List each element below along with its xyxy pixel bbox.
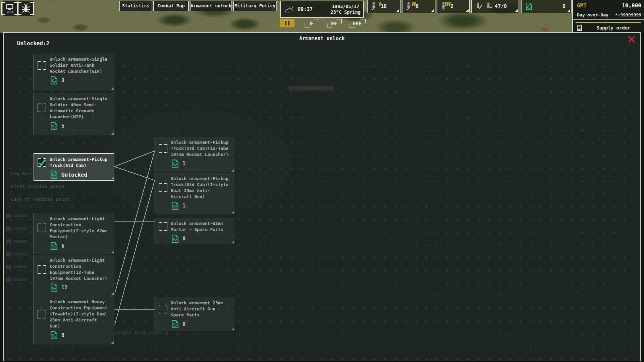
currency-amount: 10,000 bbox=[622, 2, 641, 9]
blueprint-icon bbox=[50, 76, 58, 85]
unlock-card-aa-spare-parts[interactable]: Unlock armament-23mm Anti-Aircraft Gun -… bbox=[155, 297, 235, 331]
counter-value: 18 bbox=[381, 3, 387, 9]
unlock-card-heavy-construction-aa[interactable]: Unlock armament-Heavy Construction Equip… bbox=[34, 296, 114, 345]
unlocked-counter: Unlocked:2 bbox=[17, 40, 49, 47]
card-checkbox bbox=[38, 61, 46, 70]
tab-armament-unlock[interactable]: Armament unlock bbox=[190, 1, 232, 11]
pause-icon bbox=[285, 21, 286, 25]
card-cost: 1 bbox=[182, 203, 185, 209]
pause-button[interactable] bbox=[279, 19, 294, 28]
card-cost: 1 bbox=[182, 161, 185, 167]
resize-grip-icon bbox=[111, 292, 114, 295]
clock-temp-season: 23°C Spring bbox=[331, 9, 361, 15]
card-checkbox bbox=[38, 104, 46, 112]
counter-tier3-soldiers[interactable]: 2 bbox=[437, 0, 470, 13]
counter-value: 47/0 bbox=[495, 3, 507, 9]
play-icon bbox=[310, 21, 314, 26]
card-checkbox bbox=[159, 183, 167, 192]
day-over-day-value: *+99999999 bbox=[615, 12, 641, 17]
resize-grip-icon bbox=[111, 177, 114, 179]
blueprint-icon bbox=[171, 320, 179, 328]
card-cost: 3 bbox=[61, 77, 64, 83]
divider bbox=[573, 19, 644, 20]
resize-grip-icon bbox=[231, 211, 234, 214]
close-icon[interactable] bbox=[628, 36, 635, 43]
counter-blueprints[interactable]: 0 bbox=[521, 0, 572, 13]
game-screen: Statistics Combat Map Armament unlock Mi… bbox=[0, 0, 644, 362]
debug-menu-button[interactable] bbox=[19, 1, 33, 16]
card-cost: 8 bbox=[61, 332, 64, 338]
soldier-rank2-icon bbox=[406, 2, 413, 11]
unlock-card-light-construction-rocket[interactable]: Unlock armament-Light Construction Equip… bbox=[34, 255, 114, 296]
card-status: Unlocked bbox=[61, 172, 87, 178]
blueprint-icon bbox=[171, 201, 179, 210]
weather-icon bbox=[283, 4, 295, 14]
fast-forward-button[interactable] bbox=[327, 19, 342, 28]
blueprint-icon bbox=[50, 170, 58, 179]
day-over-day-label: Day-over-Day bbox=[577, 12, 608, 17]
counter-value: 0 bbox=[562, 3, 566, 9]
card-checkbox bbox=[159, 305, 167, 313]
clock-date: 1993/05/17 bbox=[331, 4, 361, 9]
unlock-card-truck-rocket-launcher[interactable]: Unlock armament-Pickup Truck(Std Cab)(12… bbox=[155, 137, 235, 172]
card-title: Unlock armament-Light Construction Equip… bbox=[50, 216, 107, 240]
resize-grip-icon bbox=[231, 327, 234, 330]
card-title: Unlock armament-Light Construction Equip… bbox=[50, 257, 107, 282]
blueprint-icon bbox=[50, 331, 58, 340]
modal-title: Armament unlock bbox=[4, 36, 640, 42]
counter-tier2-soldiers[interactable]: 6 bbox=[402, 0, 435, 13]
card-cost: 0 bbox=[182, 236, 185, 242]
supply-order-icon bbox=[576, 24, 583, 32]
unlock-card-pickup-truck[interactable]: Unlock armament-Pickup Truck(Std Cab) Un… bbox=[34, 153, 114, 181]
pause-icon bbox=[288, 21, 289, 25]
resize-grip-icon bbox=[111, 87, 114, 90]
blueprint-icon bbox=[525, 2, 533, 10]
card-cost: 0 bbox=[182, 321, 185, 327]
tab-military-policy[interactable]: Military Policy bbox=[233, 1, 277, 11]
card-title: Unlock armament-82mm Mortar - Spare Part… bbox=[171, 221, 223, 233]
counter-tier1-soldiers[interactable]: 18 bbox=[367, 0, 400, 13]
card-cost: 12 bbox=[61, 285, 67, 291]
clock-time: 09:37 bbox=[298, 6, 313, 12]
counter-value: 6 bbox=[416, 3, 419, 9]
unlock-card-truck-aa-gun[interactable]: Unlock armament-Pickup Truck(Std Cab)(I-… bbox=[155, 173, 235, 214]
blueprint-icon bbox=[171, 234, 179, 243]
check-icon bbox=[38, 158, 46, 167]
card-checkbox bbox=[159, 222, 167, 231]
resize-grip-icon bbox=[111, 341, 114, 344]
card-title: Unlock armament-Pickup Truck(Std Cab)(12… bbox=[171, 139, 228, 158]
card-checkbox-checked bbox=[38, 158, 46, 167]
card-title: Unlock armament-Pickup Truck(Std Cab) bbox=[50, 157, 107, 169]
card-checkbox bbox=[38, 265, 46, 274]
soldier-rank1-icon bbox=[371, 2, 378, 11]
play-button[interactable] bbox=[305, 19, 319, 28]
unlock-card-grenade-launcher[interactable]: Unlock armament-Single Soldier 40mm Semi… bbox=[34, 93, 114, 135]
fastest-forward-button[interactable] bbox=[350, 19, 366, 28]
resize-grip-icon bbox=[111, 251, 114, 253]
fast-forward-icon bbox=[331, 21, 338, 26]
card-checkbox bbox=[38, 310, 46, 318]
blueprint-icon bbox=[171, 159, 179, 168]
currency-label: GMI bbox=[577, 2, 587, 9]
supply-order-button[interactable]: Supply order bbox=[573, 23, 644, 33]
blueprint-icon bbox=[50, 122, 58, 130]
unlock-card-mortar-spare-parts[interactable]: Unlock armament-82mm Mortar - Spare Part… bbox=[155, 218, 235, 244]
tab-statistics[interactable]: Statistics bbox=[119, 1, 152, 11]
system-menu-button[interactable] bbox=[3, 1, 17, 16]
card-checkbox bbox=[159, 144, 167, 153]
monitor-icon bbox=[5, 3, 15, 14]
fastest-forward-icon bbox=[353, 21, 362, 26]
card-title: Unlock armament-23mm Anti-Aircraft Gun -… bbox=[171, 300, 223, 318]
blueprint-icon bbox=[50, 283, 58, 292]
tab-combat-map[interactable]: Combat Map bbox=[153, 1, 189, 11]
counter-value: 2 bbox=[450, 3, 453, 9]
unlock-card-at-rocket-launcher[interactable]: Unlock armament-Single Soldier Anti-Tank… bbox=[34, 54, 114, 90]
card-title: Unlock armament-Pickup Truck(Std Cab)(I-… bbox=[171, 176, 228, 200]
card-title: Unlock armament-Single Soldier 40mm Semi… bbox=[50, 96, 107, 120]
blueprint-icon bbox=[50, 242, 58, 250]
unlock-card-light-construction-mortar[interactable]: Unlock armament-Light Construction Equip… bbox=[34, 213, 114, 254]
card-title: Unlock armament-Heavy Construction Equip… bbox=[50, 299, 107, 329]
soldier-rank3-icon bbox=[441, 2, 448, 11]
counter-squads[interactable]: 47/0 bbox=[471, 0, 519, 13]
finance-panel: GMI 10,000 Day-over-Day *+99999999 Suppl… bbox=[572, 0, 644, 33]
